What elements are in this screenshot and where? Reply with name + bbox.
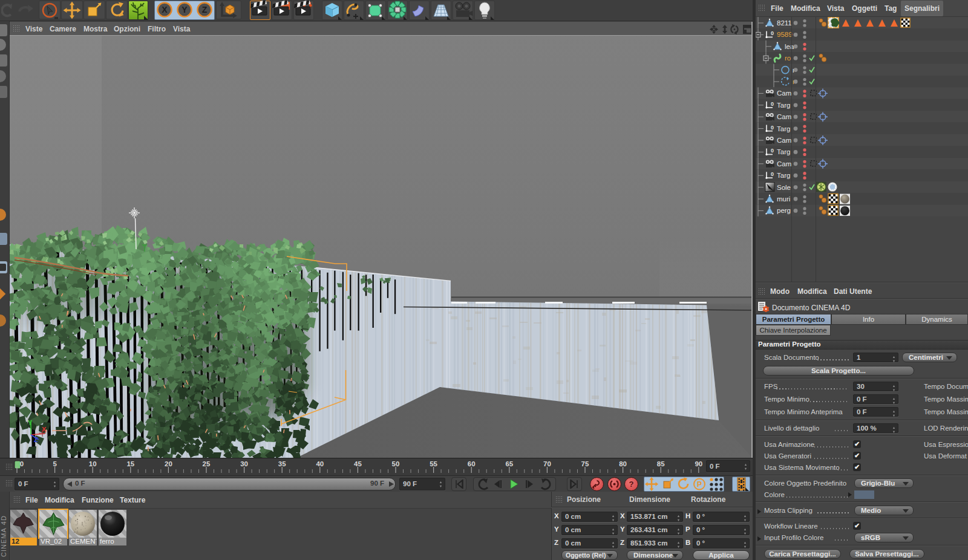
- svg-text:15: 15: [126, 460, 134, 467]
- svg-text:muri: muri: [777, 195, 790, 203]
- svg-text:Cam: Cam: [777, 137, 791, 144]
- svg-text:Cam: Cam: [777, 160, 791, 168]
- svg-text:Targ: Targ: [777, 102, 790, 109]
- svg-text:60: 60: [468, 460, 476, 467]
- svg-text:Z: Z: [202, 5, 208, 15]
- svg-text:10: 10: [89, 460, 97, 467]
- svg-text:65: 65: [505, 460, 513, 467]
- svg-text:75: 75: [581, 460, 589, 467]
- svg-text:Targ: Targ: [777, 148, 790, 155]
- svg-text:0: 0: [771, 101, 774, 107]
- svg-text:85: 85: [657, 460, 665, 467]
- svg-text:Targ: Targ: [777, 125, 790, 132]
- svg-text:ro: ro: [785, 54, 791, 62]
- svg-text:Y: Y: [182, 5, 188, 15]
- svg-text:X: X: [162, 5, 168, 15]
- svg-text:25: 25: [203, 460, 211, 467]
- svg-text:55: 55: [430, 460, 437, 467]
- svg-text:Z: Z: [34, 436, 38, 443]
- svg-text:8211: 8211: [777, 19, 792, 27]
- svg-text:9589: 9589: [777, 31, 793, 38]
- svg-text:5: 5: [53, 460, 57, 467]
- svg-text:Cam: Cam: [777, 113, 791, 120]
- svg-text:50: 50: [392, 460, 400, 467]
- svg-text:?: ?: [629, 480, 634, 489]
- svg-text:0: 0: [771, 30, 774, 36]
- svg-text:Targ: Targ: [777, 172, 790, 179]
- svg-text:45: 45: [354, 460, 362, 467]
- svg-text:Y: Y: [28, 419, 33, 426]
- svg-text:0: 0: [20, 460, 24, 467]
- svg-text:80: 80: [619, 460, 627, 467]
- svg-text:90: 90: [695, 460, 702, 467]
- svg-text:20: 20: [165, 460, 172, 467]
- svg-text:perg: perg: [777, 207, 791, 214]
- svg-text:P: P: [697, 480, 702, 489]
- svg-text:0: 0: [771, 171, 774, 177]
- svg-text:Sole: Sole: [777, 184, 791, 191]
- svg-text:70: 70: [543, 460, 551, 467]
- svg-text:lea: lea: [785, 43, 794, 50]
- svg-text:0: 0: [771, 148, 774, 154]
- svg-text:0: 0: [771, 125, 774, 131]
- svg-text:40: 40: [316, 460, 324, 467]
- svg-text:Cam: Cam: [777, 90, 791, 97]
- svg-text:35: 35: [278, 460, 286, 467]
- svg-text:30: 30: [240, 460, 248, 467]
